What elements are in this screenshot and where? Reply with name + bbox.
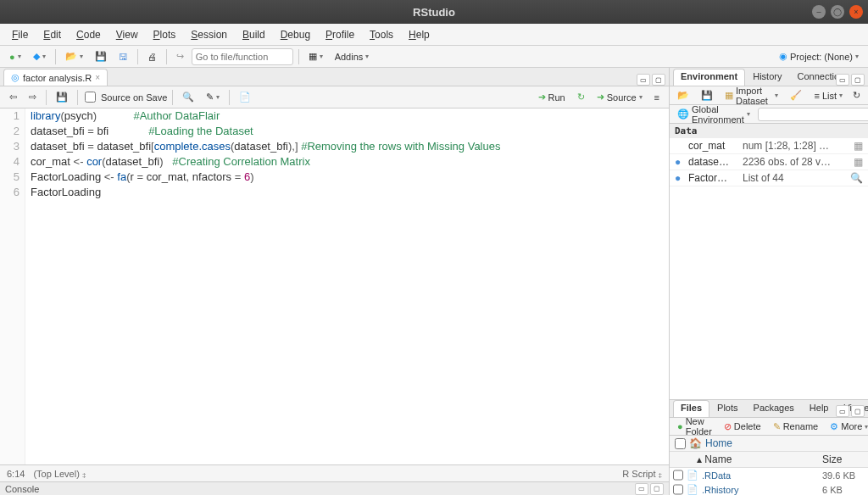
file-size: 6 KB [822, 485, 865, 495]
clear-workspace-button[interactable]: 🧹 [786, 87, 806, 104]
menu-build[interactable]: Build [236, 25, 272, 44]
save-button[interactable]: 💾 [91, 48, 111, 65]
menu-help[interactable]: Help [402, 25, 437, 44]
breadcrumb-home[interactable]: Home [705, 437, 732, 449]
pane-collapse-button[interactable]: ▭ [637, 74, 650, 86]
menu-plots[interactable]: Plots [147, 25, 183, 44]
console-maximize-button[interactable]: ▢ [650, 483, 664, 495]
new-project-button[interactable]: ◆▾ [29, 48, 50, 65]
env-view-mode[interactable]: ≡ List ▾ [810, 87, 847, 104]
grid-icon[interactable]: ▦ [854, 140, 863, 152]
home-icon[interactable]: 🏠 [689, 437, 702, 449]
env-row[interactable]: ● datase… 2236 obs. of 28 v… ▦ [670, 154, 868, 170]
more-label: More [841, 421, 862, 431]
rename-label: Rename [783, 421, 819, 431]
grid-icon[interactable]: ▦ [854, 156, 863, 168]
cursor-position: 6:14 [7, 469, 25, 479]
tab-help[interactable]: Help [802, 400, 837, 417]
menu-session[interactable]: Session [184, 25, 234, 44]
files-breadcrumb: 🏠 Home [670, 436, 868, 452]
scope-indicator[interactable]: (Top Level) ‡ [33, 469, 86, 479]
more-button[interactable]: ⚙ More ▾ [826, 418, 868, 435]
close-button[interactable]: × [849, 5, 863, 19]
project-menu[interactable]: ◉ Project: (None) ▾ [775, 48, 863, 65]
file-row[interactable]: 📄 .Rhistory 6 KB [670, 482, 868, 495]
file-name[interactable]: .Rhistory [702, 485, 819, 495]
code-editor[interactable]: 123456 library(psych) #Author DataFlaird… [0, 108, 669, 464]
env-var-value: List of 44 [743, 172, 847, 184]
env-scope-selector[interactable]: 🌐 Global Environment ▾ [673, 106, 754, 123]
console-collapse-button[interactable]: ▭ [635, 483, 648, 495]
menu-debug[interactable]: Debug [274, 25, 317, 44]
save-file-button[interactable]: 💾 [52, 89, 72, 106]
col-name[interactable]: ▴ Name [697, 453, 822, 465]
source-button[interactable]: ➜ Source ▾ [593, 89, 647, 106]
env-section-header: Data [670, 124, 868, 138]
grid-button[interactable]: ▦ ▾ [304, 48, 327, 65]
print-button[interactable]: 🖨 [143, 48, 161, 65]
env-row[interactable]: cor_mat num [1:28, 1:28] … ▦ [670, 138, 868, 154]
editor-tab[interactable]: ◎ factor analysis.R × [3, 69, 108, 86]
notebook-button[interactable]: 📄 [235, 89, 255, 106]
tab-close-icon[interactable]: × [95, 73, 100, 82]
lens-icon[interactable]: 🔍 [850, 172, 863, 184]
refresh-env-button[interactable]: ↻ [849, 87, 865, 104]
tab-packages[interactable]: Packages [746, 400, 802, 417]
scope-label: Global Environment [692, 104, 744, 125]
import-dataset-button[interactable]: ▦ Import Dataset ▾ [721, 87, 782, 104]
console-pane-header[interactable]: Console ▭ ▢ [0, 481, 669, 495]
wand-button[interactable]: ✎ ▾ [202, 89, 224, 106]
tab-files[interactable]: Files [673, 400, 709, 417]
rename-button[interactable]: ✎ Rename [769, 418, 823, 435]
save-all-button[interactable]: 🖫 [114, 48, 132, 65]
goto-file-input[interactable] [192, 48, 293, 65]
save-workspace-button[interactable]: 💾 [697, 87, 717, 104]
env-row[interactable]: ● Factor… List of 44 🔍 [670, 170, 868, 186]
env-collapse-button[interactable]: ▭ [836, 74, 849, 86]
run-button[interactable]: ➔ Run [534, 89, 570, 106]
select-all-checkbox[interactable] [675, 438, 686, 449]
rerun-button[interactable]: ↻ [573, 89, 589, 106]
menu-edit[interactable]: Edit [36, 25, 68, 44]
minimize-button[interactable]: – [812, 5, 826, 19]
new-file-button[interactable]: ● ▾ [5, 48, 25, 65]
env-maximize-button[interactable]: ▢ [851, 74, 865, 86]
pane-maximize-button[interactable]: ▢ [652, 74, 665, 86]
maximize-button[interactable]: ◯ [831, 5, 844, 19]
source-on-save-label: Source on Save [101, 92, 167, 103]
expand-icon[interactable]: ● [675, 172, 685, 184]
menu-view[interactable]: View [109, 25, 145, 44]
new-folder-button[interactable]: ● New Folder [673, 418, 716, 435]
forward-button[interactable]: ⇨ [25, 89, 41, 106]
tab-history[interactable]: History [745, 69, 789, 86]
file-checkbox[interactable] [673, 470, 683, 481]
load-workspace-button[interactable]: 📂 [673, 87, 693, 104]
expand-icon[interactable]: ● [675, 156, 685, 168]
open-file-button[interactable]: 📂▾ [61, 48, 87, 65]
env-var-value: 2236 obs. of 28 v… [743, 156, 850, 168]
tab-environment[interactable]: Environment [673, 69, 745, 86]
file-checkbox[interactable] [673, 484, 683, 495]
tab-plots[interactable]: Plots [709, 400, 745, 417]
menu-code[interactable]: Code [70, 25, 108, 44]
delete-button[interactable]: ⊘ Delete [720, 418, 765, 435]
language-indicator[interactable]: R Script ‡ [622, 469, 662, 479]
code-content[interactable]: library(psych) #Author DataFlairdataset_… [25, 108, 500, 464]
files-maximize-button[interactable]: ▢ [851, 405, 865, 417]
back-button[interactable]: ⇦ [5, 89, 21, 106]
env-search-input[interactable] [758, 108, 868, 121]
line-gutter: 123456 [0, 108, 25, 464]
find-button[interactable]: 🔍 [178, 89, 198, 106]
editor-tab-label: factor analysis.R [23, 73, 92, 83]
files-collapse-button[interactable]: ▭ [836, 405, 849, 417]
source-on-save-checkbox[interactable] [85, 92, 96, 103]
addins-button[interactable]: Addins ▾ [331, 48, 374, 65]
col-size[interactable]: Size [822, 453, 865, 465]
menu-file[interactable]: File [5, 25, 35, 44]
menu-tools[interactable]: Tools [363, 25, 400, 44]
outline-button[interactable]: ≡ [650, 89, 664, 106]
file-name[interactable]: .RData [702, 470, 819, 481]
files-list: 📄 .RData 39.6 KB 📄 .Rhistory 6 KB [670, 468, 868, 495]
file-row[interactable]: 📄 .RData 39.6 KB [670, 468, 868, 482]
menu-profile[interactable]: Profile [319, 25, 361, 44]
